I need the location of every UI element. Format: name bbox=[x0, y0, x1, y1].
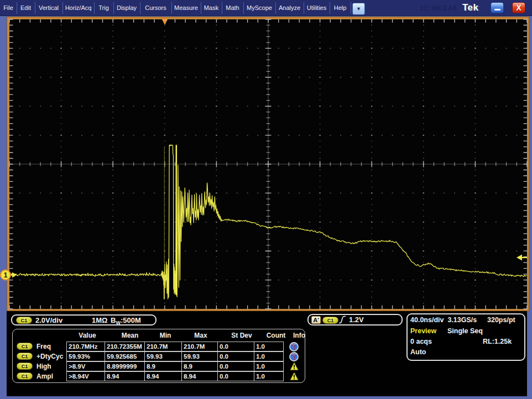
svg-text:1: 1 bbox=[4, 271, 8, 279]
